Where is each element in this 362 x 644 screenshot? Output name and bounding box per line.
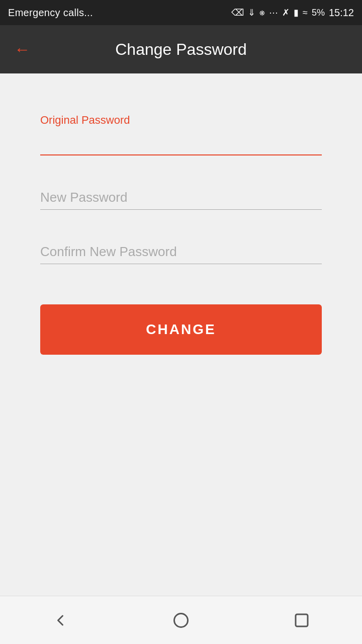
recents-nav-button[interactable] [287,605,317,635]
original-password-label: Original Password [40,114,322,127]
battery-text: 5% [312,8,325,18]
time-display: 15:12 [329,7,354,19]
confirm-password-input[interactable] [40,240,322,264]
recents-nav-icon [293,611,311,629]
app-bar: ← Change Password [0,25,362,73]
status-icons: ⌫ ⇓ ⎈ ⋯ ✗ ▮ ≈ 5% 15:12 [231,7,354,19]
carrier-text: Emergency calls... [8,7,93,19]
home-nav-icon [172,611,190,629]
page-title: Change Password [34,40,328,59]
original-password-input[interactable] [40,131,322,155]
main-content: Original Password CHANGE [0,73,362,596]
bluetooth-icon: ✗ [282,7,290,18]
back-button[interactable]: ← [10,37,34,61]
new-password-input[interactable] [40,186,322,210]
dots-icon: ⋯ [269,7,278,18]
back-nav-icon [51,611,69,629]
status-bar: Emergency calls... ⌫ ⇓ ⎈ ⋯ ✗ ▮ ≈ 5% 15:1… [0,0,362,25]
svg-point-0 [174,613,188,627]
wifi-icon: ≈ [303,8,308,18]
car-icon: ⎈ [259,8,265,18]
usb-icon: ⌫ [231,7,244,18]
back-nav-button[interactable] [45,605,75,635]
download-icon: ⇓ [248,7,255,18]
silent-icon: ▮ [294,7,299,18]
back-arrow-icon: ← [14,40,30,59]
new-password-group [40,186,322,210]
confirm-password-group [40,240,322,264]
original-password-group: Original Password [40,114,322,155]
svg-rect-1 [296,614,308,626]
change-button[interactable]: CHANGE [40,304,322,355]
bottom-navigation [0,596,362,644]
home-nav-button[interactable] [166,605,196,635]
